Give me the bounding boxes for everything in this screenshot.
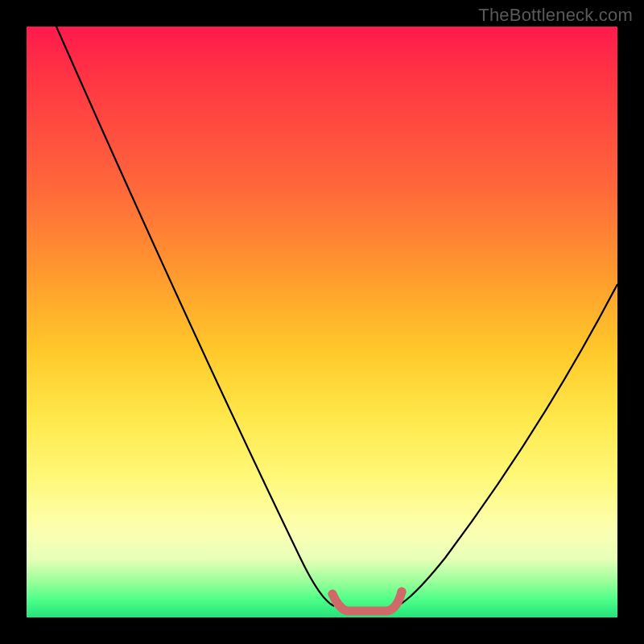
- chart-svg: [27, 27, 617, 617]
- plateau-left-cap: [328, 590, 337, 599]
- chart-frame: TheBottleneck.com: [0, 0, 644, 644]
- curve-right-branch: [397, 284, 617, 606]
- optimal-plateau: [332, 592, 402, 611]
- plateau-right-cap: [398, 588, 407, 597]
- curve-left-branch: [56, 27, 334, 606]
- plot-area: [27, 27, 617, 617]
- watermark-text: TheBottleneck.com: [478, 5, 633, 26]
